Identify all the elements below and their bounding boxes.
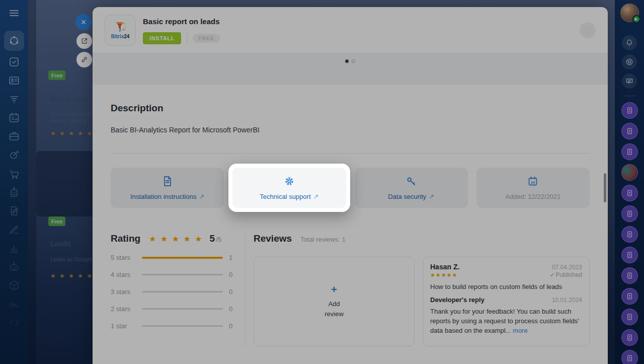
gear-icon bbox=[283, 175, 295, 187]
external-link-icon: ↗ bbox=[313, 193, 319, 200]
spotlight-highlight: Technical support↗ bbox=[228, 164, 350, 212]
card-link-label: Technical support↗ bbox=[260, 193, 318, 200]
technical-support-card[interactable]: Technical support↗ bbox=[232, 168, 346, 208]
app-window: Free Deal analytics Analyze deal dat per… bbox=[0, 0, 644, 364]
